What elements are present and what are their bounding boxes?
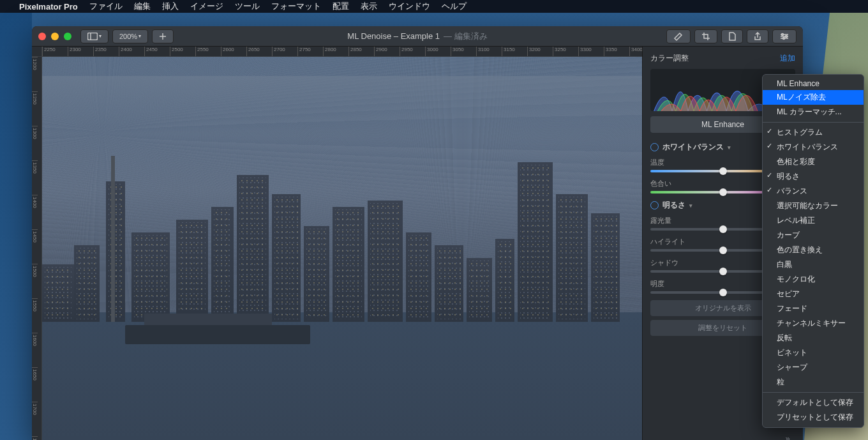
window-title: ML Denoise – Example 1— 編集済み: [347, 31, 487, 42]
ship-in-image: [125, 325, 310, 344]
menu-format[interactable]: フォーマット: [271, 1, 321, 12]
crop-tool-button[interactable]: [694, 29, 717, 43]
document-window: ▾ 200%▾ ML Denoise – Example 1— 編集済み 225…: [32, 26, 803, 440]
section-toggle-ring[interactable]: [650, 201, 659, 209]
menu-item[interactable]: ML Enhance: [763, 77, 864, 90]
menu-item[interactable]: カーブ: [763, 228, 864, 243]
menu-item[interactable]: モノクロ化: [763, 272, 864, 287]
add-adjustment-button[interactable]: 追加: [780, 53, 795, 64]
menu-item[interactable]: セピア: [763, 287, 864, 301]
menu-item[interactable]: レベル補正: [763, 213, 864, 228]
menu-bar: Pixelmator Pro ファイル 編集 挿入 イメージ ツール フォーマッ…: [0, 0, 868, 13]
close-button[interactable]: [38, 33, 46, 40]
highlights-label: ハイライト: [650, 237, 685, 247]
menu-insert[interactable]: 挿入: [162, 1, 179, 12]
page-button[interactable]: [721, 29, 743, 43]
menu-item[interactable]: 明るさ: [763, 169, 864, 184]
menu-item[interactable]: デフォルトとして保存: [763, 395, 864, 410]
menu-edit[interactable]: 編集: [134, 1, 151, 12]
app-menu[interactable]: Pixelmator Pro: [19, 2, 78, 11]
ruler-corner: [32, 47, 42, 57]
sidebar-toggle-button[interactable]: ▾: [80, 29, 108, 43]
more-tools-icon[interactable]: »: [780, 431, 794, 440]
ruler-vertical: 1200125013001350140014501500155016001650…: [32, 57, 42, 440]
panel-toggle-button[interactable]: [772, 29, 797, 43]
canvas-area[interactable]: 2250230023502400245025002550260026502700…: [32, 47, 642, 440]
menu-view[interactable]: 表示: [361, 1, 377, 12]
tint-label: 色合い: [650, 179, 671, 188]
paint-tool-button[interactable]: [666, 29, 691, 43]
menu-arrange[interactable]: 配置: [333, 1, 349, 12]
section-toggle-ring[interactable]: [650, 143, 659, 151]
desktop-background-left: [0, 13, 32, 440]
menu-help[interactable]: ヘルプ: [442, 1, 467, 12]
menu-window[interactable]: ウインドウ: [389, 1, 430, 12]
add-button[interactable]: [152, 29, 174, 43]
menu-item[interactable]: プリセットとして保存: [763, 410, 864, 425]
menu-tools[interactable]: ツール: [235, 1, 260, 12]
menu-image[interactable]: イメージ: [190, 1, 223, 12]
menu-item[interactable]: MLノイズ除去: [763, 90, 864, 105]
menu-item[interactable]: 白黒: [763, 257, 864, 272]
temp-label: 温度: [650, 158, 664, 167]
canvas-image[interactable]: [42, 57, 642, 440]
exposure-label: 露光量: [650, 216, 671, 225]
maximize-button[interactable]: [64, 33, 71, 40]
menu-item[interactable]: ヒストグラム: [763, 125, 864, 140]
share-button[interactable]: [747, 29, 768, 43]
panel-title: カラー調整: [650, 53, 689, 64]
menu-item[interactable]: 選択可能なカラー: [763, 199, 864, 213]
menu-item[interactable]: シャープ: [763, 360, 864, 375]
minimize-button[interactable]: [51, 33, 59, 40]
menu-file[interactable]: ファイル: [89, 1, 123, 12]
menu-item[interactable]: ML カラーマッチ...: [763, 105, 864, 119]
menu-item[interactable]: ビネット: [763, 345, 864, 360]
shadows-label: シャドウ: [650, 258, 678, 268]
menu-item[interactable]: ホワイトバランス: [763, 140, 864, 155]
menu-item[interactable]: 色の置き換え: [763, 243, 864, 257]
menu-item[interactable]: 色相と彩度: [763, 155, 864, 169]
zoom-select[interactable]: 200%▾: [112, 29, 148, 43]
menu-item[interactable]: 粒: [763, 375, 864, 390]
brightness-label: 明度: [650, 279, 664, 289]
menu-item[interactable]: 反転: [763, 331, 864, 345]
add-adjustment-menu: ML EnhanceMLノイズ除去ML カラーマッチ...ヒストグラムホワイトバ…: [762, 74, 864, 428]
svg-rect-0: [88, 33, 98, 40]
menu-item[interactable]: チャンネルミキサー: [763, 316, 864, 331]
menu-item[interactable]: バランス: [763, 184, 864, 199]
traffic-lights: [38, 33, 71, 40]
title-bar: ▾ 200%▾ ML Denoise – Example 1— 編集済み: [32, 26, 803, 47]
menu-item[interactable]: フェード: [763, 301, 864, 316]
ruler-horizontal: 2250230023502400245025002550260026502700…: [42, 47, 642, 57]
